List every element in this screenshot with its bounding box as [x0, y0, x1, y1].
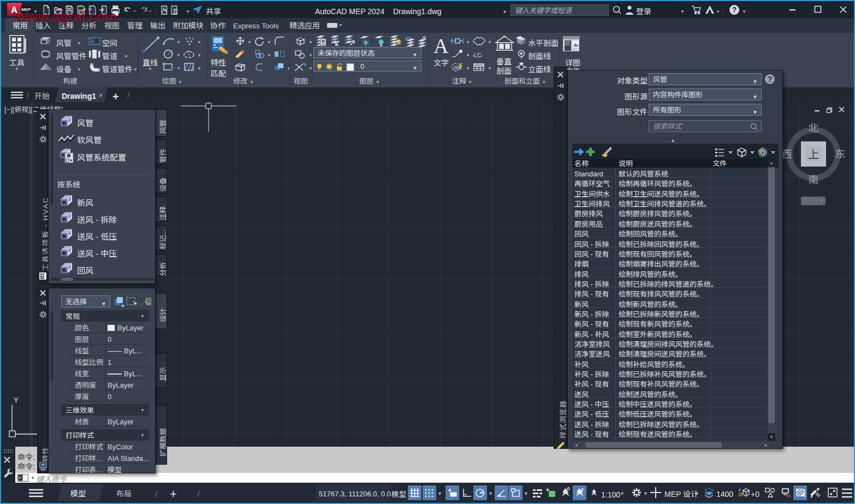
svg-text:上: 上 [808, 146, 819, 162]
svg-text:>_: >_ [19, 476, 25, 481]
svg-text:西: 西 [781, 146, 792, 161]
svg-text:?: ? [732, 5, 737, 14]
svg-text:北: 北 [808, 120, 818, 134]
svg-text:东: 东 [835, 146, 845, 161]
svg-text:Y: Y [14, 396, 19, 404]
svg-text:WCS: WCS [802, 197, 819, 205]
svg-text:z: z [739, 487, 741, 492]
svg-text:南: 南 [808, 171, 818, 186]
svg-text:?: ? [768, 75, 773, 84]
